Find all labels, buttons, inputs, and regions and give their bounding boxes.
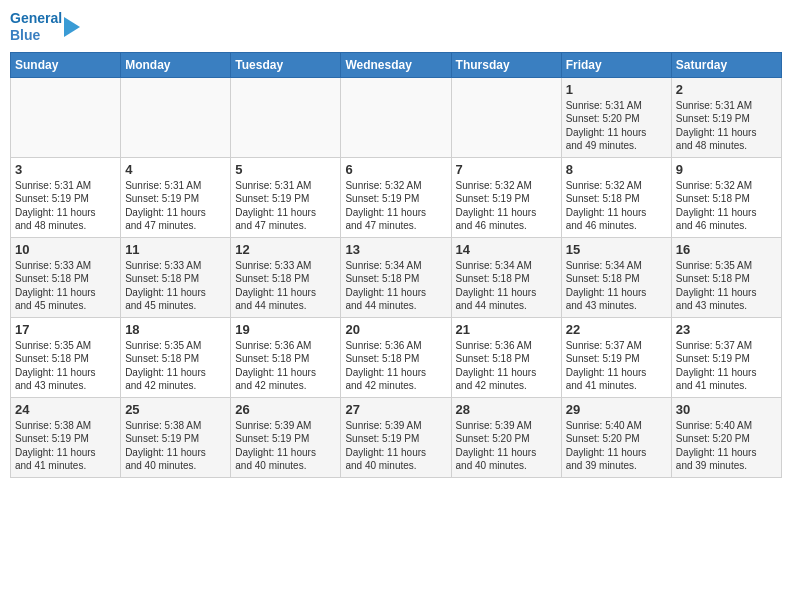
day-number: 20 [345, 322, 446, 337]
day-info-line: Sunset: 5:18 PM [235, 352, 336, 366]
day-number: 29 [566, 402, 667, 417]
day-info-line: Sunrise: 5:36 AM [235, 339, 336, 353]
day-info-line: Daylight: 11 hours [125, 206, 226, 220]
day-info-line: Sunrise: 5:32 AM [676, 179, 777, 193]
day-info-line: Sunset: 5:19 PM [125, 432, 226, 446]
day-info-line: Sunrise: 5:31 AM [566, 99, 667, 113]
calendar-day-cell: 27Sunrise: 5:39 AMSunset: 5:19 PMDayligh… [341, 397, 451, 477]
calendar-day-cell: 25Sunrise: 5:38 AMSunset: 5:19 PMDayligh… [121, 397, 231, 477]
day-info-line: and 47 minutes. [235, 219, 336, 233]
day-info-line: and 47 minutes. [345, 219, 446, 233]
day-info-line: Sunset: 5:19 PM [15, 192, 116, 206]
day-info-line: and 42 minutes. [345, 379, 446, 393]
calendar-day-cell: 7Sunrise: 5:32 AMSunset: 5:19 PMDaylight… [451, 157, 561, 237]
day-info-line: and 45 minutes. [125, 299, 226, 313]
calendar-day-cell [11, 77, 121, 157]
day-number: 14 [456, 242, 557, 257]
day-info-line: Daylight: 11 hours [566, 126, 667, 140]
weekday-header-cell: Tuesday [231, 52, 341, 77]
day-info-line: and 43 minutes. [676, 299, 777, 313]
day-info-line: Sunset: 5:18 PM [345, 272, 446, 286]
calendar-week-row: 1Sunrise: 5:31 AMSunset: 5:20 PMDaylight… [11, 77, 782, 157]
calendar-day-cell: 9Sunrise: 5:32 AMSunset: 5:18 PMDaylight… [671, 157, 781, 237]
day-info-line: Sunset: 5:18 PM [456, 272, 557, 286]
day-number: 11 [125, 242, 226, 257]
day-info-line: Daylight: 11 hours [15, 286, 116, 300]
day-number: 15 [566, 242, 667, 257]
day-info-line: Sunrise: 5:34 AM [456, 259, 557, 273]
day-number: 21 [456, 322, 557, 337]
day-info-line: Daylight: 11 hours [566, 446, 667, 460]
day-info-line: Sunrise: 5:31 AM [15, 179, 116, 193]
day-info-line: Sunrise: 5:39 AM [235, 419, 336, 433]
day-info-line: Daylight: 11 hours [345, 286, 446, 300]
day-info-line: Daylight: 11 hours [125, 366, 226, 380]
day-number: 5 [235, 162, 336, 177]
calendar-day-cell: 14Sunrise: 5:34 AMSunset: 5:18 PMDayligh… [451, 237, 561, 317]
calendar-table: SundayMondayTuesdayWednesdayThursdayFrid… [10, 52, 782, 478]
day-info-line: Daylight: 11 hours [566, 206, 667, 220]
day-info-line: and 48 minutes. [676, 139, 777, 153]
day-info-line: Daylight: 11 hours [125, 286, 226, 300]
calendar-day-cell [231, 77, 341, 157]
day-info-line: and 40 minutes. [235, 459, 336, 473]
day-info-line: and 41 minutes. [566, 379, 667, 393]
calendar-body: 1Sunrise: 5:31 AMSunset: 5:20 PMDaylight… [11, 77, 782, 477]
day-info-line: Sunrise: 5:35 AM [125, 339, 226, 353]
day-number: 17 [15, 322, 116, 337]
calendar-day-cell: 22Sunrise: 5:37 AMSunset: 5:19 PMDayligh… [561, 317, 671, 397]
day-info-line: Sunrise: 5:38 AM [125, 419, 226, 433]
day-number: 9 [676, 162, 777, 177]
day-info-line: and 43 minutes. [15, 379, 116, 393]
calendar-day-cell: 13Sunrise: 5:34 AMSunset: 5:18 PMDayligh… [341, 237, 451, 317]
day-info-line: Daylight: 11 hours [235, 286, 336, 300]
day-number: 27 [345, 402, 446, 417]
calendar-day-cell: 3Sunrise: 5:31 AMSunset: 5:19 PMDaylight… [11, 157, 121, 237]
day-info-line: Daylight: 11 hours [456, 446, 557, 460]
day-info-line: Sunset: 5:19 PM [235, 192, 336, 206]
day-number: 3 [15, 162, 116, 177]
day-info-line: and 40 minutes. [456, 459, 557, 473]
day-info-line: Daylight: 11 hours [125, 446, 226, 460]
calendar-day-cell: 19Sunrise: 5:36 AMSunset: 5:18 PMDayligh… [231, 317, 341, 397]
calendar-day-cell: 26Sunrise: 5:39 AMSunset: 5:19 PMDayligh… [231, 397, 341, 477]
day-info-line: Sunset: 5:19 PM [125, 192, 226, 206]
day-info-line: Sunrise: 5:31 AM [125, 179, 226, 193]
day-info-line: Daylight: 11 hours [676, 286, 777, 300]
weekday-header-cell: Friday [561, 52, 671, 77]
day-info-line: Sunset: 5:18 PM [456, 352, 557, 366]
calendar-day-cell: 5Sunrise: 5:31 AMSunset: 5:19 PMDaylight… [231, 157, 341, 237]
day-info-line: and 42 minutes. [125, 379, 226, 393]
calendar-day-cell: 12Sunrise: 5:33 AMSunset: 5:18 PMDayligh… [231, 237, 341, 317]
day-number: 6 [345, 162, 446, 177]
day-info-line: Daylight: 11 hours [15, 206, 116, 220]
day-info-line: Sunset: 5:18 PM [676, 192, 777, 206]
day-info-line: Daylight: 11 hours [456, 206, 557, 220]
day-info-line: Sunrise: 5:36 AM [456, 339, 557, 353]
day-info-line: Daylight: 11 hours [456, 366, 557, 380]
day-info-line: Sunset: 5:19 PM [345, 192, 446, 206]
day-info-line: Daylight: 11 hours [676, 446, 777, 460]
day-info-line: Daylight: 11 hours [235, 206, 336, 220]
day-info-line: Daylight: 11 hours [676, 366, 777, 380]
calendar-day-cell: 29Sunrise: 5:40 AMSunset: 5:20 PMDayligh… [561, 397, 671, 477]
day-info-line: Sunrise: 5:35 AM [676, 259, 777, 273]
day-info-line: and 48 minutes. [15, 219, 116, 233]
calendar-day-cell: 10Sunrise: 5:33 AMSunset: 5:18 PMDayligh… [11, 237, 121, 317]
day-number: 12 [235, 242, 336, 257]
day-info-line: Sunset: 5:18 PM [125, 352, 226, 366]
day-info-line: and 46 minutes. [456, 219, 557, 233]
day-info-line: Sunset: 5:18 PM [566, 272, 667, 286]
day-info-line: Daylight: 11 hours [676, 206, 777, 220]
day-info-line: Sunset: 5:19 PM [676, 352, 777, 366]
calendar-day-cell: 17Sunrise: 5:35 AMSunset: 5:18 PMDayligh… [11, 317, 121, 397]
day-number: 28 [456, 402, 557, 417]
weekday-header-cell: Wednesday [341, 52, 451, 77]
day-info-line: Daylight: 11 hours [235, 366, 336, 380]
day-info-line: Daylight: 11 hours [566, 286, 667, 300]
day-info-line: Sunset: 5:18 PM [235, 272, 336, 286]
day-number: 8 [566, 162, 667, 177]
day-info-line: Daylight: 11 hours [345, 366, 446, 380]
day-info-line: and 45 minutes. [15, 299, 116, 313]
day-number: 4 [125, 162, 226, 177]
